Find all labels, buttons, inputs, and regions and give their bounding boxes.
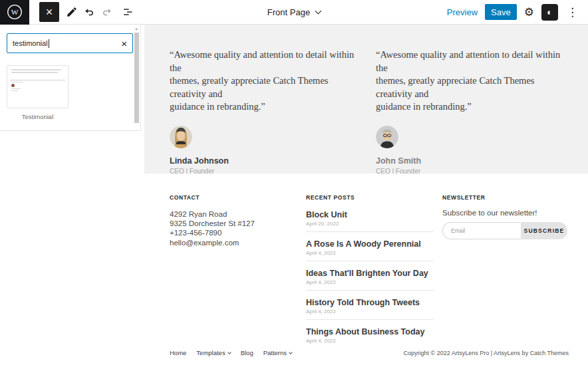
subscribe-button[interactable]: SUBSCRIBE	[521, 222, 567, 239]
wordpress-logo-icon[interactable]: W	[0, 0, 29, 25]
block-inserter-panel: testimonial × Testimonial ▲	[0, 25, 141, 131]
pattern-preview-testimonial[interactable]	[7, 65, 69, 108]
mini-text-line	[11, 82, 23, 82]
chevron-down-icon	[315, 8, 322, 15]
list-item: History Told Through Tweets April 4, 202…	[306, 298, 434, 320]
list-view-button[interactable]	[119, 3, 136, 21]
testimonial-column-1[interactable]: “Awesome quality and attention to detail…	[170, 49, 361, 175]
contact-address-line1: 4292 Ryan Road	[170, 209, 289, 219]
styles-button[interactable]: ◐	[541, 4, 558, 21]
options-menu-button[interactable]: ⋮	[565, 7, 579, 18]
preview-button[interactable]: Preview	[447, 7, 478, 17]
divider	[306, 290, 434, 291]
author-name: Linda Johnson	[170, 156, 361, 166]
post-title-link[interactable]: History Told Through Tweets	[306, 298, 434, 307]
avatar-john-image	[376, 126, 398, 148]
post-title-link[interactable]: Things About Business Today	[306, 327, 434, 336]
page-title: Front Page	[267, 7, 310, 17]
footer-contact-widget: CONTACT 4292 Ryan Road 9325 Dorchester S…	[170, 194, 289, 247]
testimonial-column-2[interactable]: “Awesome quality and attention to detail…	[376, 49, 567, 175]
divider	[306, 261, 434, 261]
recent-posts-heading: RECENT POSTS	[306, 194, 434, 201]
redo-button[interactable]	[98, 3, 115, 21]
scroll-up-icon[interactable]: ▲	[134, 27, 138, 31]
edit-mode-button[interactable]	[63, 3, 80, 21]
footer-nav-blog[interactable]: Blog	[241, 349, 253, 356]
close-icon: ×	[121, 38, 127, 49]
post-title-link[interactable]: A Rose Is A Woody Perennial	[306, 239, 434, 249]
post-date: April 20, 2022	[306, 221, 434, 227]
list-item: Block Unit April 20, 2022	[306, 210, 434, 232]
footer-newsletter-widget: NEWSLETTER Subscribe to our newsletter! …	[442, 194, 567, 239]
vertical-ellipsis-icon: ⋮	[567, 6, 578, 19]
contrast-circle-icon: ◐	[547, 7, 552, 17]
copyright-text: Copyright © 2022 ArtsyLens Pro | ArtsyLe…	[404, 350, 569, 356]
scrollbar-thumb[interactable]	[134, 33, 139, 123]
search-input-value: testimonial	[13, 39, 48, 47]
mini-text-line	[11, 90, 18, 91]
list-item: Things About Business Today April 4, 202…	[306, 327, 434, 344]
pattern-search-input[interactable]: testimonial ×	[7, 33, 133, 53]
subscribe-form: SUBSCRIBE	[442, 222, 567, 239]
editor-toolbar: W × Front Page Preview Save ⚙	[0, 0, 588, 25]
pencil-icon	[66, 6, 78, 18]
contact-email[interactable]: hello@example.com	[170, 238, 289, 247]
sidebar-scrollbar[interactable]: ▲	[134, 26, 140, 130]
testimonial-quote: “Awesome quality and attention to detail…	[170, 49, 361, 114]
mini-avatar	[11, 84, 15, 87]
settings-button[interactable]: ⚙	[524, 7, 534, 18]
clear-search-button[interactable]: ×	[121, 39, 127, 49]
post-title-link[interactable]: Ideas That'll Brighten Your Day	[306, 269, 434, 278]
mini-text-line	[11, 69, 61, 70]
wordpress-w-glyph: W	[6, 3, 23, 21]
mini-text-line	[11, 88, 21, 89]
contact-heading: CONTACT	[170, 194, 289, 201]
post-date: April 4, 2022	[306, 279, 434, 285]
redo-icon	[100, 6, 113, 19]
footer-section[interactable]: CONTACT 4292 Ryan Road 9325 Dorchester S…	[144, 174, 588, 391]
mini-text-line	[11, 72, 58, 73]
close-icon: ×	[46, 6, 53, 18]
list-item: Ideas That'll Brighten Your Day April 4,…	[306, 269, 434, 291]
footer-recent-posts-widget: RECENT POSTS Block Unit April 20, 2022 A…	[306, 194, 434, 344]
list-item: A Rose Is A Woody Perennial April 4, 202…	[306, 239, 434, 261]
footer-nav: Home Templates Blog Patterns	[170, 349, 292, 356]
toggle-inserter-button[interactable]: ×	[39, 2, 59, 22]
newsletter-heading: NEWSLETTER	[442, 194, 567, 201]
email-field[interactable]	[442, 222, 521, 239]
divider	[306, 231, 434, 232]
gear-icon: ⚙	[524, 6, 534, 19]
post-date: April 4, 2022	[306, 309, 434, 315]
divider	[306, 319, 434, 320]
undo-button[interactable]	[80, 3, 98, 21]
post-date: April 4, 2022	[306, 250, 434, 256]
document-title-dropdown[interactable]: Front Page	[267, 0, 321, 25]
contact-phone[interactable]: +123-456-7890	[170, 228, 289, 237]
footer-nav-templates[interactable]: Templates	[196, 349, 230, 356]
testimonial-quote: “Awesome quality and attention to detail…	[376, 49, 567, 114]
text-cursor	[49, 39, 49, 48]
avatar	[376, 126, 398, 148]
save-button[interactable]: Save	[485, 4, 517, 20]
svg-text:W: W	[11, 8, 19, 16]
newsletter-text: Subscribe to our newsletter!	[442, 209, 567, 217]
footer-nav-patterns[interactable]: Patterns	[263, 349, 292, 356]
footer-bottom-bar: Home Templates Blog Patterns Copyright ©…	[170, 349, 569, 356]
pattern-label: Testimonial	[7, 113, 69, 120]
editor-canvas: “Awesome quality and attention to detail…	[144, 25, 588, 391]
footer-nav-home[interactable]: Home	[170, 349, 186, 356]
avatar-linda-image	[170, 126, 192, 148]
undo-icon	[83, 6, 96, 19]
testimonial-section[interactable]: “Awesome quality and attention to detail…	[144, 25, 588, 174]
post-title-link[interactable]: Block Unit	[306, 210, 434, 219]
chevron-down-icon	[227, 350, 231, 354]
post-date: April 4, 2022	[306, 338, 434, 344]
list-view-icon	[122, 6, 134, 19]
contact-address-line2: 9325 Dorchester St #127	[170, 219, 289, 228]
mini-divider	[10, 80, 65, 80]
chevron-down-icon	[289, 350, 293, 354]
toolbar-right-group: Preview Save ⚙ ◐ ⋮	[447, 4, 588, 21]
avatar	[170, 126, 192, 148]
author-name: John Smith	[376, 156, 567, 166]
